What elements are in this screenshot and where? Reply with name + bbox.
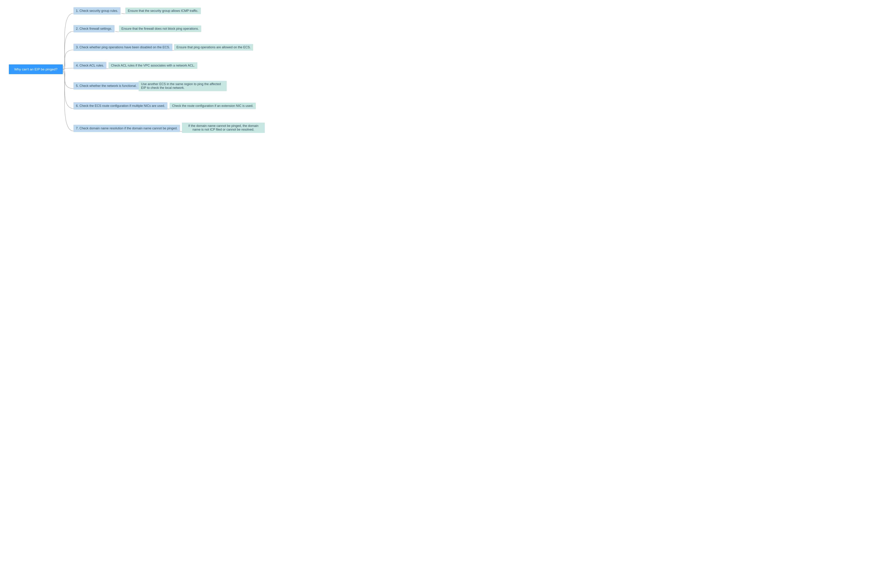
step-7: 7. Check domain name resolution if the d… — [74, 125, 180, 132]
step-6-detail-text: Check the route configuration if an exte… — [172, 104, 253, 108]
root-label: Why can't an EIP be pinged? — [14, 68, 57, 71]
step-2-detail-text: Ensure that the firewall does not block … — [122, 27, 199, 30]
step-6-label: 6. Check the ECS route configuration if … — [76, 104, 165, 108]
step-4-label: 4. Check ACL rules. — [76, 64, 104, 67]
step-4-detail-text: Check ACL rules if the VPC associates wi… — [111, 64, 195, 67]
step-3-detail-text: Ensure that ping operations are allowed … — [177, 45, 250, 49]
step-6: 6. Check the ECS route configuration if … — [74, 102, 168, 110]
mindmap-diagram: Why can't an EIP be pinged? 1. Check sec… — [5, 5, 271, 147]
step-3-detail: Ensure that ping operations are allowed … — [174, 44, 253, 51]
step-2: 2. Check firewall settings. — [74, 25, 114, 32]
step-5: 5. Check whether the network is function… — [74, 82, 139, 90]
step-7-detail: If the domain name cannot be pinged, the… — [182, 123, 265, 133]
step-1-label: 1. Check security group rules. — [76, 9, 118, 13]
step-3-label: 3. Check whether ping operations have be… — [76, 45, 170, 49]
step-3: 3. Check whether ping operations have be… — [74, 44, 172, 51]
step-1: 1. Check security group rules. — [74, 7, 120, 15]
step-2-label: 2. Check firewall settings. — [76, 27, 112, 30]
root-node: Why can't an EIP be pinged? — [9, 64, 63, 74]
step-4-detail: Check ACL rules if the VPC associates wi… — [108, 62, 197, 69]
step-7-detail-text: If the domain name cannot be pinged, the… — [188, 124, 258, 131]
step-1-detail-text: Ensure that the security group allows IC… — [128, 9, 198, 13]
step-4: 4. Check ACL rules. — [74, 62, 106, 69]
step-5-detail-text: Use another ECS in the same region to pi… — [141, 82, 221, 90]
step-1-detail: Ensure that the security group allows IC… — [125, 8, 201, 14]
step-6-detail: Check the route configuration if an exte… — [170, 103, 256, 109]
step-7-label: 7. Check domain name resolution if the d… — [76, 126, 177, 130]
step-2-detail: Ensure that the firewall does not block … — [119, 26, 201, 32]
step-5-detail: Use another ECS in the same region to pi… — [139, 81, 227, 91]
step-5-label: 5. Check whether the network is function… — [76, 84, 136, 88]
